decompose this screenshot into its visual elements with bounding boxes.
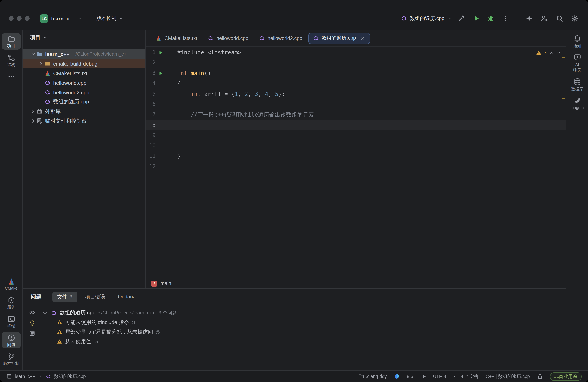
run-button[interactable] — [473, 15, 480, 22]
run-config-widget[interactable]: 数组的遍历.cpp — [401, 15, 452, 22]
tree-item[interactable]: 临时文件和控制台 — [23, 116, 145, 126]
code-with-me-icon[interactable] — [541, 15, 548, 22]
inspection-widget[interactable]: 3 — [536, 50, 561, 56]
status-lock[interactable] — [537, 374, 543, 379]
lingma-icon — [573, 97, 581, 104]
next-problem-button[interactable] — [556, 50, 561, 55]
status-caret-position[interactable]: 8:5 — [407, 374, 413, 379]
tree-item[interactable]: helloworld2.cpp — [23, 88, 145, 97]
status-project[interactable]: learn_c++ — [15, 374, 35, 379]
rightbar-item-ai-chat[interactable]: AI聊天 — [573, 54, 581, 72]
status-file-type[interactable]: C++ | 数组的遍历.cpp — [486, 373, 530, 379]
prev-problem-button[interactable] — [549, 50, 554, 55]
more-actions-button[interactable] — [502, 15, 509, 22]
status-clang-tidy[interactable]: .clang-tidy — [358, 374, 387, 379]
code-text — [165, 99, 177, 110]
problems-tabs: 文件3项目错误Qodana — [52, 291, 140, 302]
minimize-window-button[interactable] — [17, 16, 21, 21]
rightbar-item-lingma[interactable]: Lingma — [571, 97, 584, 110]
tree-item[interactable]: CMakeLists.txt — [23, 68, 145, 78]
editor-tab[interactable]: helloworld2.cpp — [254, 33, 307, 44]
lightbulb-icon[interactable] — [29, 320, 35, 326]
problems-icon — [7, 334, 15, 342]
scrollbar-warning-mark[interactable] — [562, 98, 565, 99]
warning-icon — [57, 339, 63, 344]
activity-item-problems[interactable]: 问题 — [1, 332, 21, 348]
activity-bar: 项目结构 CMake服务终端问题版本控制 — [0, 30, 23, 370]
status-indent[interactable]: 4 个空格 — [453, 373, 478, 379]
status-shield[interactable] — [394, 374, 399, 379]
line-number: 1 — [146, 47, 156, 57]
gutter — [156, 151, 165, 161]
status-license[interactable]: 非商业用途 — [550, 372, 582, 381]
status-line-separator[interactable]: LF — [420, 374, 426, 379]
vcs-widget[interactable]: 版本控制 — [96, 15, 123, 22]
run-icon[interactable] — [158, 71, 163, 76]
editor-content[interactable]: 1#include <iostream>23int main()4{5 int … — [146, 47, 566, 278]
project-badge: LC — [40, 14, 48, 22]
status-file-type-text: C++ | 数组的遍历.cpp — [486, 373, 530, 379]
debug-button[interactable] — [487, 15, 494, 22]
code-line: 5 int arr[] = {1, 2, 3, 4, 5}; — [146, 89, 566, 99]
editor-tab[interactable]: helloworld.cpp — [203, 33, 253, 44]
code-line: 11} — [146, 151, 566, 161]
tree-item[interactable]: learn_c++~/CLionProjects/learn_c++ — [23, 49, 145, 59]
search-icon[interactable] — [556, 15, 563, 22]
rightbar-item-notifications[interactable]: 通知 — [573, 35, 581, 48]
run-config-name: 数组的遍历.cpp — [410, 15, 444, 22]
more-horizontal-icon — [7, 73, 15, 80]
problems-tab-file[interactable]: 文件3 — [52, 291, 77, 302]
activity-item-services[interactable]: 服务 — [1, 294, 21, 311]
project-panel-header[interactable]: 项目 — [23, 30, 145, 45]
eye-icon[interactable] — [29, 310, 35, 316]
cpp-file-icon — [259, 35, 265, 41]
run-icon[interactable] — [158, 50, 163, 55]
problems-tab-label: 文件 — [57, 293, 67, 300]
ai-chat-icon — [573, 54, 581, 61]
tree-item[interactable]: 外部库 — [23, 107, 145, 116]
problems-tab-project-errors[interactable]: 项目错误 — [80, 291, 110, 302]
line-number: 7 — [146, 110, 156, 120]
tree-item[interactable]: helloworld.cpp — [23, 78, 145, 88]
gutter — [156, 78, 165, 89]
problem-item[interactable]: 局部变量 'arr'只是被分配，从未被访问:5 — [23, 327, 566, 337]
problem-item[interactable]: 可能未使用的 #include 指令:1 — [23, 318, 566, 327]
close-window-button[interactable] — [9, 16, 14, 21]
status-encoding[interactable]: UTF-8 — [433, 374, 446, 379]
editor-tab[interactable]: CMakeLists.txt — [151, 33, 202, 44]
gear-icon[interactable] — [571, 15, 578, 22]
warning-icon — [57, 320, 63, 325]
rightbar-item-label: 通知 — [573, 43, 581, 48]
activity-item-terminal[interactable]: 终端 — [1, 313, 21, 330]
project-widget[interactable]: LC learn_c__ — [40, 14, 83, 22]
chevron-right-icon — [38, 61, 44, 66]
activity-item-structure[interactable]: 结构 — [1, 52, 21, 68]
list-icon[interactable] — [29, 330, 35, 336]
status-file[interactable]: 数组的遍历.cpp — [54, 373, 86, 379]
problems-tab-label: Qodana — [118, 294, 136, 300]
activity-item-project[interactable]: 项目 — [1, 33, 21, 50]
problems-file-row[interactable]: 数组的遍历.cpp ~/CLionProjects/learn_c++ 3 个问… — [23, 308, 566, 318]
ai-assistant-icon[interactable] — [525, 15, 533, 22]
tree-item[interactable]: cmake-build-debug — [23, 59, 145, 68]
build-button[interactable] — [458, 15, 466, 22]
editor-tab-label: 数组的遍历.cpp — [322, 35, 356, 41]
activity-item-cmake[interactable]: CMake — [1, 276, 21, 292]
gutter — [156, 89, 165, 99]
rightbar-item-database[interactable]: 数据库 — [571, 78, 583, 91]
close-icon[interactable] — [360, 35, 366, 41]
activity-item-more[interactable] — [1, 71, 21, 82]
tree-item[interactable]: 数组的遍历.cpp — [23, 97, 145, 107]
titlebar: LC learn_c__ 版本控制 数组的遍历.cpp — [0, 0, 588, 30]
editor-tabs: CMakeLists.txthelloworld.cpphelloworld2.… — [146, 30, 566, 47]
problem-item[interactable]: 从未使用值:5 — [23, 337, 566, 346]
activity-item-vcs[interactable]: 版本控制 — [1, 351, 21, 367]
problems-tab-qodana[interactable]: Qodana — [113, 292, 140, 302]
tree-item-label: 外部库 — [45, 108, 61, 115]
tree-item-label: helloworld2.cpp — [53, 89, 89, 95]
breadcrumb-item[interactable]: main — [160, 281, 171, 286]
rightbar-item-label: 数据库 — [571, 87, 583, 91]
zoom-window-button[interactable] — [25, 16, 30, 21]
editor-tab[interactable]: 数组的遍历.cpp — [308, 33, 370, 44]
scrollbar-warning-mark[interactable] — [562, 57, 565, 58]
